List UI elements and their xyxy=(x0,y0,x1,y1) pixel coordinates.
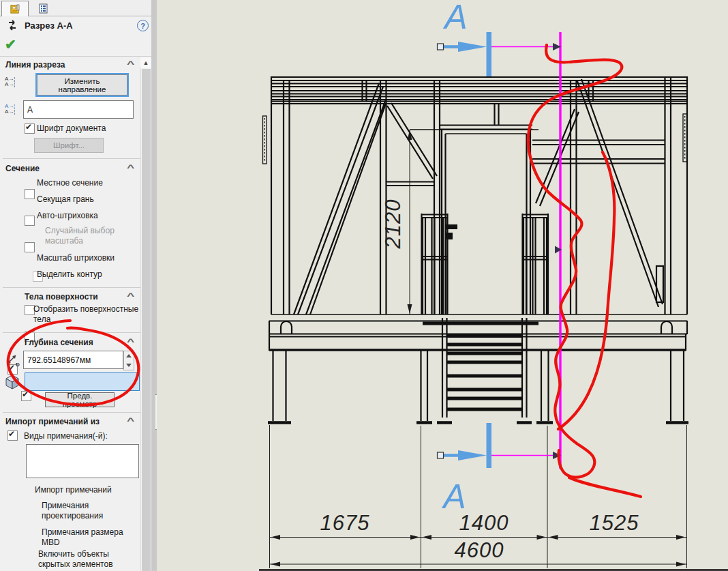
chevron-up-icon[interactable]: ^ xyxy=(127,337,134,347)
section-label-icon: A→¦ A→¦ xyxy=(5,104,15,115)
local-section-checkbox[interactable] xyxy=(25,189,35,199)
depth-spinner[interactable] xyxy=(123,351,134,370)
help-icon[interactable]: ? xyxy=(137,20,149,31)
reference-body-icon xyxy=(3,373,21,391)
chevron-up-icon[interactable]: ^ xyxy=(127,59,134,69)
section-bar-top xyxy=(487,32,492,76)
section-label-top[interactable]: A xyxy=(442,0,467,36)
divider xyxy=(0,56,151,57)
auto-hatch-checkbox[interactable] xyxy=(25,242,35,252)
section-handle-bottom xyxy=(438,452,444,458)
panel-title: Разрез А-А xyxy=(25,20,73,31)
import-annotations-label[interactable]: Импорт примечаний xyxy=(35,485,112,495)
drawing-viewport[interactable]: 2120 1675 1400 1525 4600 A A xyxy=(157,0,728,571)
show-surface-bodies-label[interactable]: Отобразить поверхностные тела xyxy=(33,304,141,325)
annotation-views-label: Виды примечания(-й): xyxy=(24,431,108,441)
font-button[interactable]: Шрифт... xyxy=(34,138,104,153)
mbd-annotations-label[interactable]: Примечания размера MBD xyxy=(42,527,137,548)
divider xyxy=(3,332,149,333)
spinner-up-icon[interactable] xyxy=(124,351,134,361)
show-surface-bodies-checkbox[interactable] xyxy=(21,391,31,401)
dim-door-height[interactable]: 2120 xyxy=(381,199,405,250)
configurations-icon xyxy=(38,3,48,14)
property-manager-panel: Разрез А-А ? ✔ Линия разреза ^ A→¦ A→¦ И… xyxy=(0,0,151,571)
group-header-surface-bodies[interactable]: Тела поверхности xyxy=(25,292,98,302)
section-depth-input[interactable] xyxy=(23,351,123,369)
section-annotation-top[interactable]: A xyxy=(438,0,492,76)
group-header-section-line[interactable]: Линия разреза xyxy=(5,60,65,70)
tab-propertymanager[interactable] xyxy=(1,1,29,16)
annotation-views-listbox[interactable] xyxy=(26,444,139,478)
flip-direction-button[interactable]: Изменить направление xyxy=(37,74,127,96)
divider xyxy=(3,412,149,413)
section-label-input[interactable] xyxy=(23,100,134,119)
ok-confirm-icon[interactable]: ✔ xyxy=(5,36,16,53)
group-header-import-annotations[interactable]: Импорт примечаний из xyxy=(5,417,100,426)
chevron-up-icon[interactable]: ^ xyxy=(127,163,134,173)
spinner-down-icon[interactable] xyxy=(124,361,134,370)
panel-tab-strip xyxy=(0,0,151,16)
section-annotation-bottom[interactable]: A xyxy=(438,423,492,516)
svg-text:D: D xyxy=(16,362,20,368)
divider xyxy=(3,287,149,288)
group-header-section[interactable]: Сечение xyxy=(5,164,40,173)
structure-lines xyxy=(269,76,687,421)
divider xyxy=(3,158,149,159)
include-hidden-label[interactable]: Включить объекты скрытых элементов xyxy=(38,549,137,570)
dim-middle[interactable]: 1400 xyxy=(459,511,509,535)
depth-icon: D xyxy=(5,351,21,368)
cutting-face-checkbox[interactable] xyxy=(25,216,35,226)
document-font-label[interactable]: Шрифт документа xyxy=(37,123,106,134)
cutting-face-label[interactable]: Секущая грань xyxy=(37,194,94,205)
section-bar-bottom xyxy=(487,423,492,468)
solidworks-window: Разрез А-А ? ✔ Линия разреза ^ A→¦ A→¦ И… xyxy=(0,0,728,571)
dimension-texts[interactable]: 2120 1675 1400 1525 4600 xyxy=(320,199,639,562)
stair-treads xyxy=(447,336,522,410)
random-scale-label: Случайный выбор масштаба xyxy=(45,226,128,246)
section-depth-group-checkbox[interactable] xyxy=(7,430,18,441)
design-annotations-label[interactable]: Примечания проектирования xyxy=(42,501,129,521)
scrollbar-thumb[interactable] xyxy=(142,69,151,571)
dim-right[interactable]: 1525 xyxy=(590,511,639,535)
hatch-scale-label[interactable]: Масштаб штриховки xyxy=(37,253,115,263)
section-label-bottom[interactable]: A xyxy=(441,478,466,516)
depth-reference-field[interactable] xyxy=(25,372,140,391)
dim-left[interactable]: 1675 xyxy=(320,511,370,535)
section-handle-top xyxy=(438,44,444,50)
emphasize-outline-label[interactable]: Выделить контур xyxy=(37,269,102,280)
preview-button[interactable]: Предв. просмотр xyxy=(45,392,115,407)
group-header-section-depth[interactable]: Глубина сечения xyxy=(25,338,93,347)
scrollbar-up-icon[interactable]: ▲ xyxy=(140,57,151,68)
section-arrow-top xyxy=(458,42,487,52)
flip-direction-icon: A→¦ A→¦ xyxy=(5,76,15,87)
drawing-view: 2120 1675 1400 1525 4600 A A xyxy=(157,0,728,571)
section-view-icon xyxy=(6,19,18,31)
chevron-up-icon[interactable]: ^ xyxy=(127,291,134,301)
dim-total[interactable]: 4600 xyxy=(455,538,504,562)
propertymanager-icon xyxy=(10,4,20,14)
local-section-label[interactable]: Местное сечение xyxy=(37,178,103,188)
document-font-checkbox[interactable] xyxy=(25,123,35,134)
tab-configurations[interactable] xyxy=(30,1,56,16)
auto-hatch-label[interactable]: Авто-штриховка xyxy=(37,211,98,221)
section-arrow-bottom xyxy=(458,450,487,460)
chevron-up-icon[interactable]: ^ xyxy=(127,416,134,426)
